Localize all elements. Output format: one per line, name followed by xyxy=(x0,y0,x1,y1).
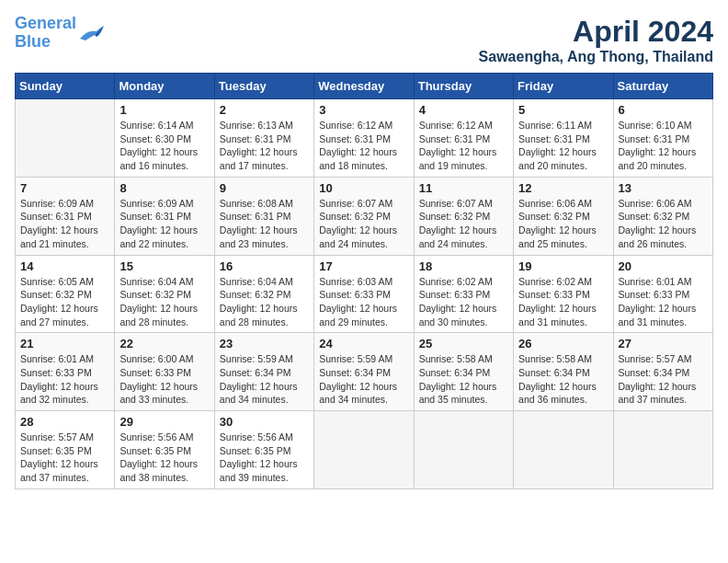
calendar-cell: 28Sunrise: 5:57 AMSunset: 6:35 PMDayligh… xyxy=(16,411,115,489)
header-day-wednesday: Wednesday xyxy=(314,74,414,99)
day-info: Sunrise: 6:06 AMSunset: 6:32 PMDaylight:… xyxy=(619,197,708,251)
day-info: Sunrise: 6:02 AMSunset: 6:33 PMDaylight:… xyxy=(419,275,508,329)
calendar-cell: 20Sunrise: 6:01 AMSunset: 6:33 PMDayligh… xyxy=(613,255,712,333)
day-info: Sunrise: 5:56 AMSunset: 6:35 PMDaylight:… xyxy=(119,431,209,485)
day-number: 23 xyxy=(220,337,309,350)
day-number: 3 xyxy=(319,103,408,117)
day-info: Sunrise: 5:59 AMSunset: 6:34 PMDaylight:… xyxy=(319,352,408,407)
calendar-cell: 22Sunrise: 6:00 AMSunset: 6:33 PMDayligh… xyxy=(115,333,214,411)
logo-line1: General xyxy=(15,14,76,32)
day-number: 25 xyxy=(419,337,508,350)
calendar-cell: 29Sunrise: 5:56 AMSunset: 6:35 PMDayligh… xyxy=(115,411,214,489)
calendar-cell: 21Sunrise: 6:01 AMSunset: 6:33 PMDayligh… xyxy=(16,333,115,411)
day-number: 9 xyxy=(220,181,309,195)
day-number: 1 xyxy=(119,103,209,117)
calendar-cell: 23Sunrise: 5:59 AMSunset: 6:34 PMDayligh… xyxy=(214,333,313,411)
calendar-cell: 24Sunrise: 5:59 AMSunset: 6:34 PMDayligh… xyxy=(314,333,414,411)
header-day-saturday: Saturday xyxy=(613,74,712,99)
logo-bird-icon xyxy=(78,22,106,44)
header-day-tuesday: Tuesday xyxy=(214,74,313,99)
week-row-3: 21Sunrise: 6:01 AMSunset: 6:33 PMDayligh… xyxy=(16,333,713,411)
calendar-cell: 9Sunrise: 6:08 AMSunset: 6:31 PMDaylight… xyxy=(214,177,313,255)
day-number: 11 xyxy=(419,181,508,195)
day-info: Sunrise: 6:04 AMSunset: 6:32 PMDaylight:… xyxy=(220,275,309,329)
day-info: Sunrise: 6:12 AMSunset: 6:31 PMDaylight:… xyxy=(419,119,508,173)
day-number: 10 xyxy=(319,181,408,195)
calendar-cell: 5Sunrise: 6:11 AMSunset: 6:31 PMDaylight… xyxy=(514,99,613,178)
calendar-cell: 1Sunrise: 6:14 AMSunset: 6:30 PMDaylight… xyxy=(115,99,214,178)
day-number: 26 xyxy=(518,337,608,350)
calendar-cell xyxy=(514,411,613,489)
day-info: Sunrise: 6:09 AMSunset: 6:31 PMDaylight:… xyxy=(20,197,109,251)
logo: General Blue xyxy=(15,15,106,52)
day-number: 16 xyxy=(220,259,309,273)
day-info: Sunrise: 6:10 AMSunset: 6:31 PMDaylight:… xyxy=(619,119,708,173)
header-day-monday: Monday xyxy=(115,74,214,99)
calendar-cell: 17Sunrise: 6:03 AMSunset: 6:33 PMDayligh… xyxy=(314,255,414,333)
day-info: Sunrise: 6:01 AMSunset: 6:33 PMDaylight:… xyxy=(20,352,109,407)
header-day-sunday: Sunday xyxy=(16,74,115,99)
day-number: 13 xyxy=(619,181,708,195)
calendar-subtitle: Sawaengha, Ang Thong, Thailand xyxy=(479,49,713,65)
header-row: SundayMondayTuesdayWednesdayThursdayFrid… xyxy=(16,74,713,99)
day-info: Sunrise: 6:07 AMSunset: 6:32 PMDaylight:… xyxy=(419,197,508,251)
calendar-cell: 7Sunrise: 6:09 AMSunset: 6:31 PMDaylight… xyxy=(16,177,115,255)
calendar-cell: 6Sunrise: 6:10 AMSunset: 6:31 PMDaylight… xyxy=(613,99,712,178)
day-info: Sunrise: 6:00 AMSunset: 6:33 PMDaylight:… xyxy=(119,352,209,407)
calendar-cell: 27Sunrise: 5:57 AMSunset: 6:34 PMDayligh… xyxy=(613,333,712,411)
day-number: 14 xyxy=(20,259,109,273)
day-number: 8 xyxy=(119,181,209,195)
day-info: Sunrise: 6:04 AMSunset: 6:32 PMDaylight:… xyxy=(119,275,209,329)
header-day-friday: Friday xyxy=(514,74,613,99)
calendar-table: SundayMondayTuesdayWednesdayThursdayFrid… xyxy=(15,73,713,489)
day-number: 29 xyxy=(119,415,209,429)
day-number: 30 xyxy=(220,415,309,429)
day-info: Sunrise: 6:12 AMSunset: 6:31 PMDaylight:… xyxy=(319,119,408,173)
calendar-cell: 4Sunrise: 6:12 AMSunset: 6:31 PMDaylight… xyxy=(414,99,513,178)
day-info: Sunrise: 6:03 AMSunset: 6:33 PMDaylight:… xyxy=(319,275,408,329)
day-info: Sunrise: 6:01 AMSunset: 6:33 PMDaylight:… xyxy=(619,275,708,329)
calendar-cell: 11Sunrise: 6:07 AMSunset: 6:32 PMDayligh… xyxy=(414,177,513,255)
header-day-thursday: Thursday xyxy=(414,74,513,99)
day-number: 19 xyxy=(518,259,608,273)
calendar-cell: 8Sunrise: 6:09 AMSunset: 6:31 PMDaylight… xyxy=(115,177,214,255)
day-info: Sunrise: 5:57 AMSunset: 6:35 PMDaylight:… xyxy=(20,431,109,485)
calendar-cell: 14Sunrise: 6:05 AMSunset: 6:32 PMDayligh… xyxy=(16,255,115,333)
day-info: Sunrise: 5:56 AMSunset: 6:35 PMDaylight:… xyxy=(220,431,309,485)
calendar-header: SundayMondayTuesdayWednesdayThursdayFrid… xyxy=(16,74,713,99)
day-number: 21 xyxy=(20,337,109,350)
calendar-cell: 19Sunrise: 6:02 AMSunset: 6:33 PMDayligh… xyxy=(514,255,613,333)
calendar-cell: 18Sunrise: 6:02 AMSunset: 6:33 PMDayligh… xyxy=(414,255,513,333)
week-row-1: 7Sunrise: 6:09 AMSunset: 6:31 PMDaylight… xyxy=(16,177,713,255)
calendar-cell xyxy=(314,411,414,489)
day-number: 17 xyxy=(319,259,408,273)
logo-text: General Blue xyxy=(15,15,76,52)
calendar-cell: 13Sunrise: 6:06 AMSunset: 6:32 PMDayligh… xyxy=(613,177,712,255)
day-number: 24 xyxy=(319,337,408,350)
day-number: 27 xyxy=(619,337,708,350)
calendar-cell: 16Sunrise: 6:04 AMSunset: 6:32 PMDayligh… xyxy=(214,255,313,333)
day-number: 20 xyxy=(619,259,708,273)
day-info: Sunrise: 6:13 AMSunset: 6:31 PMDaylight:… xyxy=(220,119,309,173)
header: General Blue April 2024 Sawaengha, Ang T… xyxy=(15,15,713,65)
day-number: 5 xyxy=(518,103,608,117)
day-info: Sunrise: 6:07 AMSunset: 6:32 PMDaylight:… xyxy=(319,197,408,251)
calendar-title: April 2024 xyxy=(479,15,713,49)
calendar-cell xyxy=(16,99,115,178)
day-number: 7 xyxy=(20,181,109,195)
day-info: Sunrise: 5:58 AMSunset: 6:34 PMDaylight:… xyxy=(419,352,508,407)
calendar-cell: 10Sunrise: 6:07 AMSunset: 6:32 PMDayligh… xyxy=(314,177,414,255)
day-info: Sunrise: 5:59 AMSunset: 6:34 PMDaylight:… xyxy=(220,352,309,407)
week-row-2: 14Sunrise: 6:05 AMSunset: 6:32 PMDayligh… xyxy=(16,255,713,333)
day-number: 6 xyxy=(619,103,708,117)
day-info: Sunrise: 6:11 AMSunset: 6:31 PMDaylight:… xyxy=(518,119,608,173)
week-row-0: 1Sunrise: 6:14 AMSunset: 6:30 PMDaylight… xyxy=(16,99,713,178)
day-number: 4 xyxy=(419,103,508,117)
calendar-body: 1Sunrise: 6:14 AMSunset: 6:30 PMDaylight… xyxy=(16,99,713,489)
calendar-cell: 25Sunrise: 5:58 AMSunset: 6:34 PMDayligh… xyxy=(414,333,513,411)
day-info: Sunrise: 6:05 AMSunset: 6:32 PMDaylight:… xyxy=(20,275,109,329)
logo-line2: Blue xyxy=(15,32,51,51)
day-info: Sunrise: 5:57 AMSunset: 6:34 PMDaylight:… xyxy=(619,352,708,407)
calendar-cell: 30Sunrise: 5:56 AMSunset: 6:35 PMDayligh… xyxy=(214,411,313,489)
day-info: Sunrise: 5:58 AMSunset: 6:34 PMDaylight:… xyxy=(518,352,608,407)
